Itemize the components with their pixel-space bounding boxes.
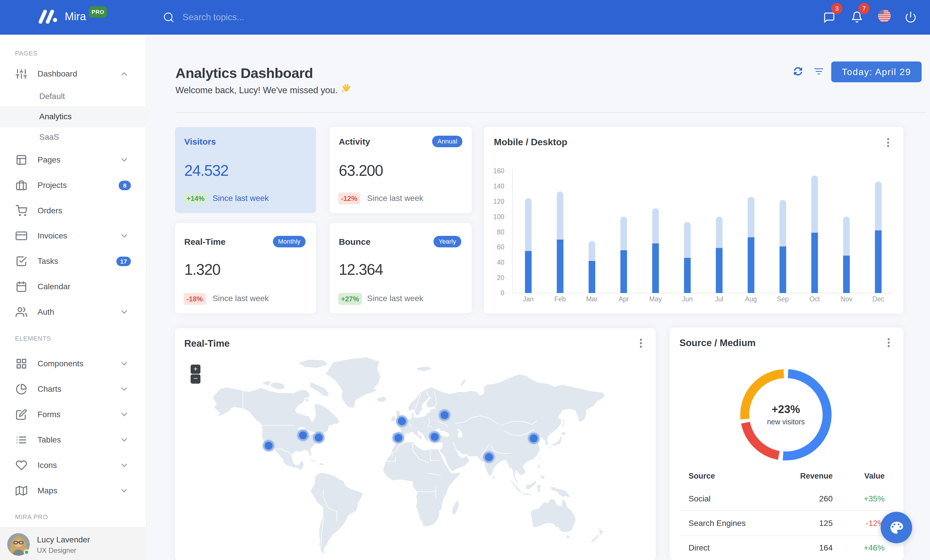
svg-text:Dec: Dec [873, 295, 884, 303]
svg-text:Oct: Oct [810, 295, 820, 303]
svg-text:140: 140 [493, 183, 504, 190]
svg-text:Mar: Mar [586, 295, 598, 303]
svg-text:Nov: Nov [841, 295, 852, 303]
svg-text:0: 0 [500, 289, 504, 297]
svg-text:40: 40 [497, 259, 504, 266]
svg-text:120: 120 [493, 198, 504, 205]
svg-text:60: 60 [497, 243, 504, 251]
svg-text:Feb: Feb [554, 295, 566, 303]
svg-text:100: 100 [493, 213, 504, 221]
svg-text:Apr: Apr [619, 295, 629, 303]
svg-text:80: 80 [497, 228, 504, 236]
svg-text:Jul: Jul [715, 295, 723, 303]
svg-text:Aug: Aug [745, 295, 757, 303]
svg-text:Jan: Jan [523, 295, 533, 303]
svg-text:Sep: Sep [777, 295, 789, 303]
svg-text:20: 20 [497, 274, 504, 281]
svg-text:May: May [649, 295, 662, 303]
svg-text:160: 160 [493, 167, 504, 175]
svg-text:Jun: Jun [682, 295, 693, 303]
